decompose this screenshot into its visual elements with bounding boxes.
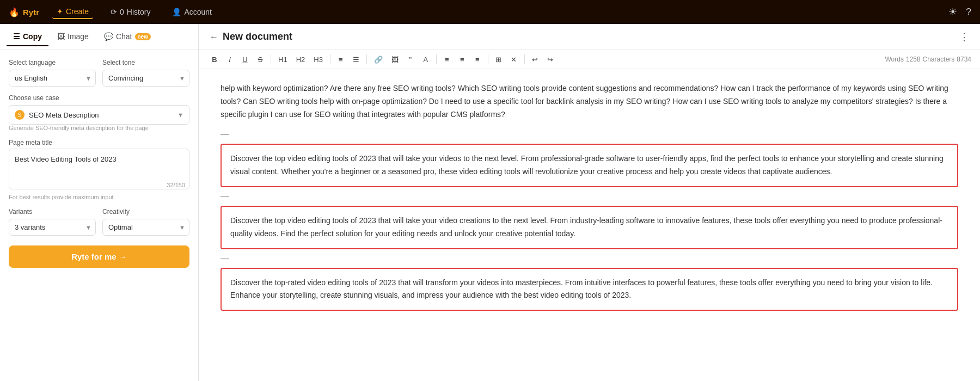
intro-text: help with keyword optimization? Are ther… xyxy=(220,82,958,121)
image-button[interactable]: 🖼 xyxy=(388,52,402,66)
meta-title-input-wrapper: Best Video Editing Tools of 2023 32/150 xyxy=(9,149,189,192)
language-select[interactable]: us English uk English French Spanish xyxy=(9,70,96,87)
words-count: 1258 xyxy=(906,56,921,63)
document-title: New document xyxy=(223,31,292,42)
align-left-button[interactable]: ≡ xyxy=(440,52,454,66)
tone-select[interactable]: Convincing Casual Formal xyxy=(102,70,189,87)
back-arrow-icon[interactable]: ← xyxy=(210,32,218,42)
h2-button[interactable]: H2 xyxy=(292,52,309,66)
variants-field-group: Variants 1 variant 2 variants 3 variants… xyxy=(9,208,96,236)
words-label: Words xyxy=(885,56,903,63)
editor-menu-icon[interactable]: ⋮ xyxy=(959,31,969,43)
help-icon[interactable]: ? xyxy=(966,7,971,18)
h3-button[interactable]: H3 xyxy=(310,52,327,66)
copy-tab-icon: ☰ xyxy=(13,32,20,41)
undo-button[interactable]: ↩ xyxy=(528,52,542,66)
toolbar-right-stats: Words 1258 Characters 8734 xyxy=(885,56,971,63)
variant-box-3: Discover the top-rated video editing too… xyxy=(220,268,958,311)
meta-title-input[interactable]: Best Video Editing Tools of 2023 xyxy=(9,149,189,189)
language-select-wrapper: us English uk English French Spanish ▼ xyxy=(9,70,96,87)
use-case-icon: S xyxy=(15,110,24,120)
history-icon: ⟳ xyxy=(111,8,117,16)
toolbar-separator-1 xyxy=(271,54,271,64)
use-case-select[interactable]: S SEO Meta Description ▼ xyxy=(9,105,189,125)
sidebar-content: Select language us English uk English Fr… xyxy=(0,50,198,276)
creativity-select[interactable]: Low Medium Optimal High xyxy=(102,219,189,236)
language-field-group: Select language us English uk English Fr… xyxy=(9,59,96,87)
variant-text-3: Discover the top-rated video editing too… xyxy=(230,276,948,303)
table-button[interactable]: ⊞ xyxy=(492,52,506,66)
toolbar-separator-5 xyxy=(488,54,488,64)
main-layout: ☰ Copy 🖼 Image 💬 Chat new Select languag… xyxy=(0,24,980,381)
editor-toolbar: B I U S H1 H2 H3 ≡ ☰ 🔗 🖼 " A ≡ ≡ ≡ ⊞ ✕ ↩… xyxy=(199,50,980,69)
chat-tab-icon: 💬 xyxy=(104,32,113,41)
toolbar-separator-6 xyxy=(524,54,525,64)
char-count: 32/150 xyxy=(167,182,185,188)
variant-text-1: Discover the top video editing tools of … xyxy=(230,152,948,179)
chars-label: Characters xyxy=(923,56,955,63)
nav-account[interactable]: 👤 Account xyxy=(168,5,216,19)
chars-count: 8734 xyxy=(957,56,971,63)
variants-select[interactable]: 1 variant 2 variants 3 variants xyxy=(9,219,96,236)
toolbar-separator-2 xyxy=(330,54,330,64)
image-tab-label: Image xyxy=(68,32,89,41)
variants-label: Variants xyxy=(9,208,96,216)
editor-content: help with keyword optimization? Are ther… xyxy=(199,69,980,381)
tab-chat[interactable]: 💬 Chat new xyxy=(97,28,157,46)
language-tone-row: Select language us English uk English Fr… xyxy=(9,59,189,87)
chat-tab-label: Chat xyxy=(116,32,132,41)
app-name: Rytr xyxy=(23,8,39,17)
top-navigation: 🔥 Rytr ✦ Create ⟳ 0 History 👤 Account ☀ … xyxy=(0,0,980,24)
tone-field-group: Select tone Convincing Casual Formal ▼ xyxy=(102,59,189,87)
use-case-hint: Generate SEO-friendly meta description f… xyxy=(9,125,189,131)
editor-area: ← New document ⋮ B I U S H1 H2 H3 ≡ ☰ 🔗 … xyxy=(199,24,980,381)
strikethrough-button[interactable]: S xyxy=(253,52,267,66)
sidebar: ☰ Copy 🖼 Image 💬 Chat new Select languag… xyxy=(0,24,199,381)
bold-button[interactable]: B xyxy=(207,52,222,66)
link-button[interactable]: 🔗 xyxy=(370,52,387,66)
use-case-label: Choose use case xyxy=(9,94,189,102)
meta-title-label: Page meta title xyxy=(9,139,189,146)
underline-button[interactable]: U xyxy=(238,52,252,66)
ordered-list-button[interactable]: ☰ xyxy=(349,52,363,66)
nav-history-count: 0 xyxy=(120,8,124,16)
variant-text-2: Discover the top video editing tools of … xyxy=(230,214,948,241)
bullet-list-button[interactable]: ≡ xyxy=(334,52,348,66)
tab-copy[interactable]: ☰ Copy xyxy=(7,28,48,46)
logo-icon: 🔥 xyxy=(9,7,20,17)
creativity-field-group: Creativity Low Medium Optimal High ▼ xyxy=(102,208,189,236)
h1-button[interactable]: H1 xyxy=(274,52,291,66)
highlight-button[interactable]: A xyxy=(419,52,433,66)
tab-image[interactable]: 🖼 Image xyxy=(51,28,95,46)
align-center-button[interactable]: ≡ xyxy=(455,52,469,66)
redo-button[interactable]: ↪ xyxy=(543,52,558,66)
nav-create[interactable]: ✦ Create xyxy=(52,5,93,19)
creativity-label: Creativity xyxy=(102,208,189,216)
meta-title-group: Page meta title Best Video Editing Tools… xyxy=(9,139,189,200)
toolbar-separator-4 xyxy=(436,54,437,64)
copy-tab-label: Copy xyxy=(23,32,42,41)
create-icon: ✦ xyxy=(57,7,63,16)
align-right-button[interactable]: ≡ xyxy=(470,52,485,66)
app-logo[interactable]: 🔥 Rytr xyxy=(9,7,39,17)
image-tab-icon: 🖼 xyxy=(57,32,65,41)
nav-account-label: Account xyxy=(184,8,212,16)
nav-create-label: Create xyxy=(66,7,89,16)
variant-box-1: Discover the top video editing tools of … xyxy=(220,144,958,187)
use-case-chevron-down-icon: ▼ xyxy=(177,112,183,118)
quote-button[interactable]: " xyxy=(403,52,418,66)
theme-toggle-icon[interactable]: ☀ xyxy=(948,6,957,18)
variants-select-wrapper: 1 variant 2 variants 3 variants ▼ xyxy=(9,219,96,236)
italic-button[interactable]: I xyxy=(223,52,237,66)
variants-creativity-row: Variants 1 variant 2 variants 3 variants… xyxy=(9,208,189,236)
editor-header: ← New document ⋮ xyxy=(199,24,980,50)
editor-title-group: ← New document xyxy=(210,31,292,42)
input-hint: For best results provide maximum input xyxy=(9,194,189,200)
nav-history[interactable]: ⟳ 0 History xyxy=(106,5,155,19)
clear-format-button[interactable]: ✕ xyxy=(507,52,521,66)
creativity-select-wrapper: Low Medium Optimal High ▼ xyxy=(102,219,189,236)
use-case-value: SEO Meta Description xyxy=(29,111,173,119)
sidebar-tabs: ☰ Copy 🖼 Image 💬 Chat new xyxy=(0,24,198,50)
toolbar-separator-3 xyxy=(366,54,367,64)
ryte-for-me-button[interactable]: Ryte for me → xyxy=(9,245,189,268)
